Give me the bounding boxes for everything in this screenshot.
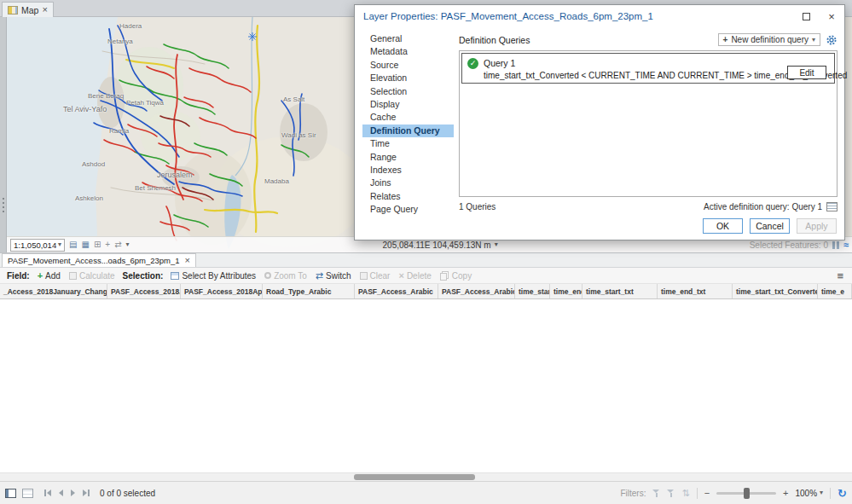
first-record-icon[interactable]	[44, 490, 51, 496]
gear-icon[interactable]	[826, 34, 838, 46]
map-place-label: Tel Aviv-Yafo	[63, 105, 107, 113]
dialog-nav-item[interactable]: Cache	[362, 111, 454, 124]
dialog-nav-item[interactable]: Definition Query	[362, 125, 454, 137]
close-table-tab-icon[interactable]: ×	[185, 256, 190, 265]
last-record-icon[interactable]	[83, 490, 90, 496]
chevron-down-icon: ▾	[495, 241, 498, 248]
table-body[interactable]	[0, 299, 852, 472]
table-view-icon[interactable]	[5, 489, 16, 498]
dialog-nav-item[interactable]: Source	[362, 59, 454, 72]
calculate-button[interactable]: Calculate	[69, 271, 115, 281]
plus-icon: +	[723, 35, 728, 44]
query-count: 1 Queries	[459, 202, 496, 211]
zoom-out-icon[interactable]: −	[704, 489, 710, 498]
dialog-nav-item[interactable]: Page Query	[362, 203, 454, 216]
copy-button[interactable]: Copy	[440, 271, 472, 281]
swap-icon[interactable]: ⇄	[114, 240, 121, 249]
sql-icon[interactable]	[826, 202, 838, 211]
select-by-attributes-button[interactable]: Select By Attributes	[171, 271, 256, 281]
dialog-nav-item[interactable]: Range	[362, 151, 454, 164]
column-header[interactable]: time_end	[550, 284, 582, 298]
zoom-level-select[interactable]: 100% ▾	[796, 489, 824, 498]
map-place-label: As Salt	[283, 96, 304, 103]
coordinates-value: 205,084.11E 104,459.13N m	[383, 240, 491, 250]
maximize-button[interactable]	[793, 6, 819, 26]
left-dock-handle[interactable]	[0, 17, 7, 252]
chevron-down-icon[interactable]: ▾	[126, 241, 130, 248]
pause-icon[interactable]	[832, 241, 839, 249]
map-view-tab[interactable]: Map ×	[2, 2, 54, 17]
attribute-table-tab[interactable]: PASF_Movement_Access...oads_6pm_23pm_1 ×	[2, 253, 196, 267]
map-place-label: Jerusalem	[157, 171, 193, 179]
column-header[interactable]: time_end_txt	[658, 284, 733, 298]
add-overlay-icon[interactable]: +	[105, 240, 110, 249]
field-group-label: Field:	[7, 271, 30, 281]
grip-dots-icon	[3, 198, 4, 200]
dialog-nav-item[interactable]: General	[362, 32, 454, 45]
ok-button[interactable]: OK	[703, 218, 743, 234]
close-map-tab-icon[interactable]: ×	[42, 5, 47, 14]
next-record-icon[interactable]	[71, 490, 75, 496]
dialog-nav-item[interactable]: Indexes	[362, 164, 454, 177]
dialog-nav-item[interactable]: Relates	[362, 190, 454, 203]
previous-record-icon[interactable]	[59, 490, 63, 496]
column-header[interactable]: PASF_Access_Arabic	[355, 284, 438, 298]
layer-properties-dialog: Layer Properties: PASF_Movement_Access_R…	[354, 4, 845, 240]
new-definition-query-label: New definition query	[731, 35, 809, 44]
table-layout-icon[interactable]	[22, 489, 33, 498]
dialog-titlebar[interactable]: Layer Properties: PASF_Movement_Access_R…	[355, 5, 844, 27]
query-item[interactable]: ✓ Query 1 time_start_txt_Converted < CUR…	[461, 53, 835, 84]
filter-table-icon[interactable]	[667, 489, 675, 497]
column-header[interactable]: time_start_txt_Converted	[733, 284, 818, 298]
column-header[interactable]: time_start	[515, 284, 550, 298]
dialog-nav-item[interactable]: Time	[362, 137, 454, 150]
map-place-label: Hadera	[119, 22, 142, 30]
column-header[interactable]: PASF_Access_2018April_Changes	[181, 284, 263, 298]
maximize-icon	[803, 13, 810, 20]
zoom-to-button[interactable]: Zoom To	[264, 271, 307, 281]
column-header[interactable]: _Access_2018January_Changes	[0, 284, 107, 298]
map-place-label: Ramla	[109, 127, 129, 135]
zoom-slider-thumb[interactable]	[744, 488, 750, 499]
dialog-nav-item[interactable]: Elevation	[362, 72, 454, 84]
dialog-nav-item[interactable]: Display	[362, 98, 454, 111]
map-place-label: Madaba	[264, 177, 289, 185]
map-scale-select[interactable]: 1:1,050,014 ▾	[10, 239, 65, 252]
selected-features-readout: Selected Features: 0	[750, 240, 828, 250]
dialog-nav-item[interactable]: Metadata	[362, 45, 454, 58]
edit-query-button[interactable]: Edit	[787, 66, 826, 79]
layout-icon[interactable]: ⊞	[94, 240, 101, 249]
refresh-icon[interactable]: ↻	[838, 488, 847, 499]
column-header[interactable]: time_start_txt	[582, 284, 658, 298]
apply-button[interactable]: Apply	[797, 218, 837, 234]
grid-select-icon[interactable]: ▤	[69, 240, 77, 249]
table-menu-icon[interactable]: ≡	[837, 270, 843, 281]
column-header[interactable]: PASF_Access_2018April	[107, 284, 181, 298]
scrollbar-thumb[interactable]	[354, 474, 475, 480]
switch-selection-button[interactable]: ⇄ Switch	[316, 271, 351, 281]
clear-icon	[360, 272, 368, 280]
column-header[interactable]: time_e	[818, 284, 852, 298]
column-header[interactable]: PASF_Access_Arabic1	[438, 284, 515, 298]
map-coordinates-readout[interactable]: 205,084.11E 104,459.13N m ▾	[383, 240, 498, 250]
zoom-in-icon[interactable]: +	[783, 489, 788, 498]
new-definition-query-button[interactable]: + New definition query ▾	[718, 33, 820, 46]
refresh-map-icon[interactable]: ≈	[843, 240, 849, 250]
dialog-nav-list: GeneralMetadataSourceElevationSelectionD…	[362, 32, 454, 216]
dialog-nav-item[interactable]: Selection	[362, 85, 454, 98]
filter-icon[interactable]	[652, 489, 660, 497]
close-dialog-button[interactable]: ×	[819, 6, 844, 26]
horizontal-scrollbar[interactable]	[0, 472, 852, 481]
switch-icon: ⇄	[316, 271, 323, 281]
map-place-label: Ashkelon	[75, 194, 103, 202]
clear-selection-button[interactable]: Clear	[360, 271, 391, 281]
sort-icon[interactable]: ⇅	[681, 489, 689, 498]
column-header[interactable]: Road_Type_Arabic	[263, 284, 355, 298]
add-field-button[interactable]: + Add	[38, 271, 61, 281]
map-tab-label: Map	[21, 5, 38, 15]
dialog-nav-item[interactable]: Joins	[362, 177, 454, 189]
cancel-button[interactable]: Cancel	[750, 218, 790, 234]
zoom-slider[interactable]	[716, 492, 776, 495]
delete-selection-button[interactable]: × Delete	[398, 271, 431, 281]
grid-icon[interactable]: ▦	[81, 240, 89, 249]
